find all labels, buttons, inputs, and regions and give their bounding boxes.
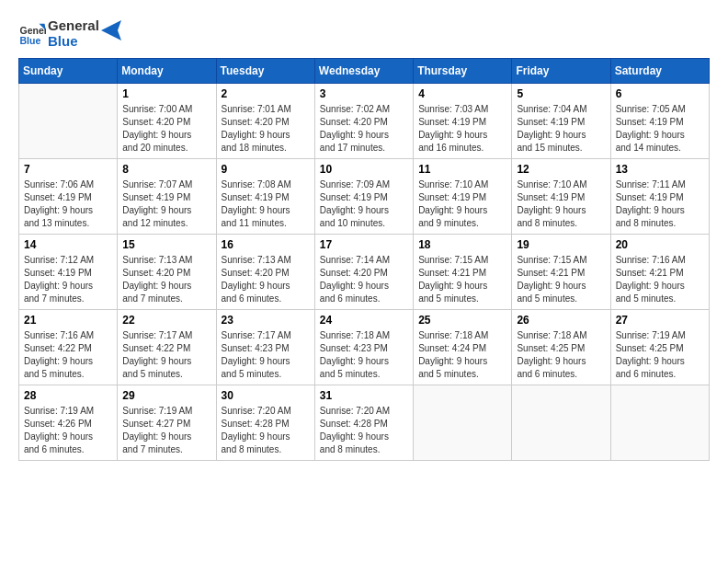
day-info: Sunrise: 7:05 AMSunset: 4:19 PMDaylight:… [616,103,704,155]
day-info: Sunrise: 7:15 AMSunset: 4:21 PMDaylight:… [517,254,605,305]
day-number: 25 [418,314,506,327]
logo-icon: General Blue [18,20,46,48]
calendar-cell [512,385,610,461]
day-info: Sunrise: 7:13 AMSunset: 4:20 PMDaylight:… [222,254,310,305]
calendar-cell: 19Sunrise: 7:15 AMSunset: 4:21 PMDayligh… [512,235,610,310]
day-info: Sunrise: 7:15 AMSunset: 4:21 PMDaylight:… [418,254,506,305]
day-number: 4 [418,87,506,100]
weekday-header-row: SundayMondayTuesdayWednesdayThursdayFrid… [19,59,710,84]
day-number: 26 [517,314,605,327]
calendar-cell: 10Sunrise: 7:09 AMSunset: 4:19 PMDayligh… [314,159,413,235]
calendar-cell: 3Sunrise: 7:02 AMSunset: 4:20 PMDaylight… [314,84,413,159]
day-number: 18 [418,238,506,251]
day-number: 6 [616,87,704,100]
day-number: 10 [320,163,408,176]
day-info: Sunrise: 7:16 AMSunset: 4:22 PMDaylight:… [24,329,112,381]
weekday-header-monday: Monday [118,59,216,84]
day-info: Sunrise: 7:16 AMSunset: 4:21 PMDaylight:… [616,254,704,305]
weekday-header-sunday: Sunday [19,59,118,84]
calendar-cell: 5Sunrise: 7:04 AMSunset: 4:19 PMDaylight… [512,84,610,159]
day-info: Sunrise: 7:18 AMSunset: 4:25 PMDaylight:… [517,329,605,381]
day-info: Sunrise: 7:17 AMSunset: 4:23 PMDaylight:… [222,329,310,381]
calendar-cell: 4Sunrise: 7:03 AMSunset: 4:19 PMDaylight… [414,84,512,159]
day-number: 2 [222,87,310,100]
calendar-cell: 31Sunrise: 7:20 AMSunset: 4:28 PMDayligh… [314,385,413,461]
day-info: Sunrise: 7:01 AMSunset: 4:20 PMDaylight:… [222,103,310,155]
logo: General Blue General Blue [18,18,121,49]
day-number: 14 [24,238,112,251]
day-number: 27 [616,314,704,327]
calendar-cell: 1Sunrise: 7:00 AMSunset: 4:20 PMDaylight… [118,84,216,159]
day-info: Sunrise: 7:14 AMSunset: 4:20 PMDaylight:… [320,254,408,305]
day-info: Sunrise: 7:03 AMSunset: 4:19 PMDaylight:… [418,103,506,155]
day-number: 29 [122,389,210,402]
day-info: Sunrise: 7:08 AMSunset: 4:19 PMDaylight:… [222,178,310,230]
calendar-table: SundayMondayTuesdayWednesdayThursdayFrid… [18,58,710,461]
day-number: 16 [222,238,310,251]
day-number: 17 [320,238,408,251]
day-info: Sunrise: 7:19 AMSunset: 4:25 PMDaylight:… [616,329,704,381]
calendar-week-row: 1Sunrise: 7:00 AMSunset: 4:20 PMDaylight… [19,84,710,159]
day-number: 11 [418,163,506,176]
calendar-cell: 20Sunrise: 7:16 AMSunset: 4:21 PMDayligh… [610,235,709,310]
calendar-cell: 27Sunrise: 7:19 AMSunset: 4:25 PMDayligh… [610,310,709,385]
day-info: Sunrise: 7:18 AMSunset: 4:24 PMDaylight:… [418,329,506,381]
day-number: 8 [122,163,210,176]
weekday-header-friday: Friday [512,59,610,84]
day-info: Sunrise: 7:10 AMSunset: 4:19 PMDaylight:… [517,178,605,230]
day-info: Sunrise: 7:11 AMSunset: 4:19 PMDaylight:… [616,178,704,230]
calendar-cell: 13Sunrise: 7:11 AMSunset: 4:19 PMDayligh… [610,159,709,235]
calendar-week-row: 28Sunrise: 7:19 AMSunset: 4:26 PMDayligh… [19,385,710,461]
svg-text:Blue: Blue [20,34,41,45]
day-number: 15 [122,238,210,251]
logo-arrow-icon [101,20,121,40]
day-info: Sunrise: 7:02 AMSunset: 4:20 PMDaylight:… [320,103,408,155]
day-number: 5 [517,87,605,100]
calendar-cell: 2Sunrise: 7:01 AMSunset: 4:20 PMDaylight… [216,84,314,159]
calendar-cell: 11Sunrise: 7:10 AMSunset: 4:19 PMDayligh… [414,159,512,235]
calendar-cell [19,84,118,159]
calendar-cell: 29Sunrise: 7:19 AMSunset: 4:27 PMDayligh… [118,385,216,461]
day-info: Sunrise: 7:20 AMSunset: 4:28 PMDaylight:… [320,405,408,456]
day-info: Sunrise: 7:00 AMSunset: 4:20 PMDaylight:… [122,103,210,155]
weekday-header-saturday: Saturday [610,59,709,84]
calendar-cell [414,385,512,461]
header: General Blue General Blue [18,18,710,49]
day-info: Sunrise: 7:12 AMSunset: 4:19 PMDaylight:… [24,254,112,305]
day-info: Sunrise: 7:20 AMSunset: 4:28 PMDaylight:… [222,405,310,456]
day-number: 19 [517,238,605,251]
calendar-cell: 6Sunrise: 7:05 AMSunset: 4:19 PMDaylight… [610,84,709,159]
day-number: 30 [222,389,310,402]
calendar-cell [610,385,709,461]
weekday-header-wednesday: Wednesday [314,59,413,84]
svg-marker-3 [101,20,121,40]
calendar-cell: 23Sunrise: 7:17 AMSunset: 4:23 PMDayligh… [216,310,314,385]
day-number: 31 [320,389,408,402]
day-number: 3 [320,87,408,100]
day-number: 9 [222,163,310,176]
day-info: Sunrise: 7:19 AMSunset: 4:27 PMDaylight:… [122,405,210,456]
calendar-cell: 15Sunrise: 7:13 AMSunset: 4:20 PMDayligh… [118,235,216,310]
day-number: 13 [616,163,704,176]
day-info: Sunrise: 7:18 AMSunset: 4:23 PMDaylight:… [320,329,408,381]
calendar-cell: 26Sunrise: 7:18 AMSunset: 4:25 PMDayligh… [512,310,610,385]
calendar-cell: 8Sunrise: 7:07 AMSunset: 4:19 PMDaylight… [118,159,216,235]
day-info: Sunrise: 7:17 AMSunset: 4:22 PMDaylight:… [122,329,210,381]
calendar-week-row: 21Sunrise: 7:16 AMSunset: 4:22 PMDayligh… [19,310,710,385]
calendar-header: SundayMondayTuesdayWednesdayThursdayFrid… [19,59,710,84]
day-info: Sunrise: 7:19 AMSunset: 4:26 PMDaylight:… [24,405,112,456]
day-number: 28 [24,389,112,402]
day-number: 1 [122,87,210,100]
day-number: 21 [24,314,112,327]
calendar-cell: 17Sunrise: 7:14 AMSunset: 4:20 PMDayligh… [314,235,413,310]
day-info: Sunrise: 7:09 AMSunset: 4:19 PMDaylight:… [320,178,408,230]
day-number: 20 [616,238,704,251]
calendar-cell: 14Sunrise: 7:12 AMSunset: 4:19 PMDayligh… [19,235,118,310]
calendar-body: 1Sunrise: 7:00 AMSunset: 4:20 PMDaylight… [19,84,710,461]
calendar-week-row: 7Sunrise: 7:06 AMSunset: 4:19 PMDaylight… [19,159,710,235]
day-info: Sunrise: 7:06 AMSunset: 4:19 PMDaylight:… [24,178,112,230]
day-number: 24 [320,314,408,327]
calendar-cell: 9Sunrise: 7:08 AMSunset: 4:19 PMDaylight… [216,159,314,235]
weekday-header-thursday: Thursday [414,59,512,84]
day-info: Sunrise: 7:10 AMSunset: 4:19 PMDaylight:… [418,178,506,230]
